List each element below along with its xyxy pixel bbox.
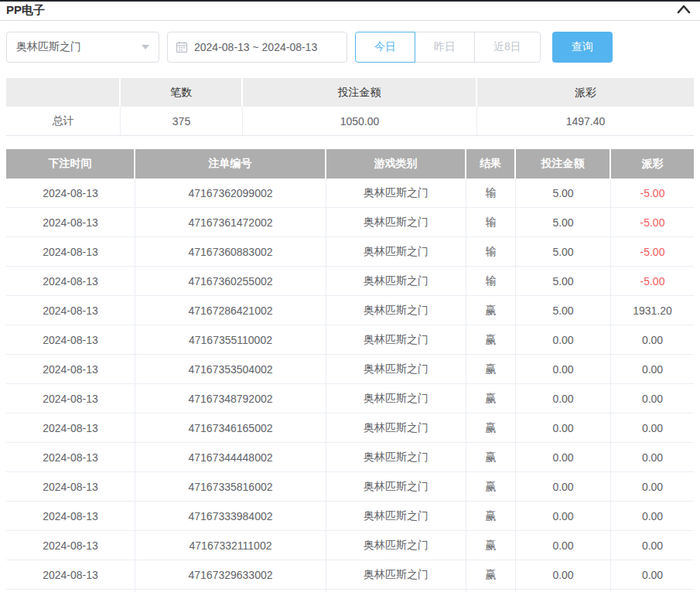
cell-game-type: 奥林匹斯之门 xyxy=(326,237,466,267)
table-row: 2024-08-13 47167362099002 奥林匹斯之门 输 5.00 … xyxy=(6,179,694,208)
cell-bet-time: 2024-08-13 xyxy=(6,531,135,560)
table-row: 2024-08-13 47167355110002 奥林匹斯之门 赢 0.00 … xyxy=(6,325,694,355)
cell-game-type: 奥林匹斯之门 xyxy=(326,531,466,560)
cell-game-type: 奥林匹斯之门 xyxy=(326,267,466,296)
cell-order-no: 47167332111002 xyxy=(135,531,326,560)
cell-game-type: 奥林匹斯之门 xyxy=(326,325,466,355)
table-header-row: 下注时间 注单编号 游戏类别 结果 投注金额 派彩 xyxy=(6,149,694,179)
table-row: 2024-08-13 47167335816002 奥林匹斯之门 赢 0.00 … xyxy=(6,472,694,502)
cell-bet-amount: 0.00 xyxy=(516,502,611,531)
cell-bet-time: 2024-08-13 xyxy=(6,384,135,413)
cell-order-no: 47167360883002 xyxy=(135,237,326,267)
cell-payout: 0.00 xyxy=(611,560,694,590)
cell-order-no: 47167348792002 xyxy=(135,384,326,413)
cell-order-no: 47167329633002 xyxy=(135,560,326,590)
cell-bet-amount: 0.00 xyxy=(516,413,611,443)
cell-payout: 0.00 xyxy=(611,472,694,502)
cell-game-type: 奥林匹斯之门 xyxy=(326,502,466,531)
cell-game-type: 奥林匹斯之门 xyxy=(326,413,466,443)
header-order-no: 注单编号 xyxy=(135,149,326,179)
calendar-icon xyxy=(176,41,188,53)
summary-header-row: 笔数 投注金额 派彩 xyxy=(6,78,694,107)
summary-table: 笔数 投注金额 派彩 总计 375 1050.00 1497.40 xyxy=(6,78,694,136)
today-button[interactable]: 今日 xyxy=(355,32,415,63)
cell-result: 赢 xyxy=(466,384,516,413)
pp-games-panel: PP电子 奥林匹斯之门 xyxy=(0,0,700,592)
cell-game-type: 奥林匹斯之门 xyxy=(326,179,466,208)
search-button[interactable]: 查询 xyxy=(552,32,613,63)
table-row: 2024-08-13 47167361472002 奥林匹斯之门 输 5.00 … xyxy=(6,208,694,237)
summary-total-row: 总计 375 1050.00 1497.40 xyxy=(6,107,694,136)
cell-order-no: 47167344448002 xyxy=(135,443,326,472)
header-result: 结果 xyxy=(466,149,516,179)
header-game-type: 游戏类别 xyxy=(326,149,466,179)
cell-bet-time: 2024-08-13 xyxy=(6,355,135,384)
summary-total-label: 总计 xyxy=(6,107,121,136)
summary-total-count: 375 xyxy=(121,107,243,136)
cell-result: 赢 xyxy=(466,502,516,531)
cell-game-type: 奥林匹斯之门 xyxy=(326,560,466,590)
cell-payout: 0.00 xyxy=(611,443,694,472)
table-row: 2024-08-13 47167346165002 奥林匹斯之门 赢 0.00 … xyxy=(6,413,694,443)
summary-total-bet-amount: 1050.00 xyxy=(243,107,477,136)
table-row: 2024-08-13 47167344448002 奥林匹斯之门 赢 0.00 … xyxy=(6,443,694,472)
yesterday-button[interactable]: 昨日 xyxy=(415,32,475,63)
header-payout: 派彩 xyxy=(611,149,694,179)
cell-bet-amount: 0.00 xyxy=(516,531,611,560)
summary-header-bet-amount: 投注金额 xyxy=(243,78,477,107)
header-bet-amount: 投注金额 xyxy=(516,149,611,179)
cell-bet-amount: 5.00 xyxy=(516,267,611,296)
cell-result: 赢 xyxy=(466,560,516,590)
cell-game-type: 奥林匹斯之门 xyxy=(326,355,466,384)
cell-order-no: 47167286421002 xyxy=(135,296,326,325)
summary-header-blank xyxy=(6,78,121,107)
game-select[interactable]: 奥林匹斯之门 xyxy=(6,32,159,63)
filter-controls: 奥林匹斯之门 2024-08-13 ~ 2024-08-13 xyxy=(6,32,694,63)
last-8-days-button[interactable]: 近8日 xyxy=(474,32,541,63)
summary-total-payout: 1497.40 xyxy=(477,107,694,136)
cell-result: 输 xyxy=(466,208,516,237)
table-row: 2024-08-13 47167332111002 奥林匹斯之门 赢 0.00 … xyxy=(6,531,694,560)
panel-header: PP电子 xyxy=(0,2,700,21)
header-bet-time: 下注时间 xyxy=(6,149,135,179)
cell-result: 赢 xyxy=(466,355,516,384)
cell-payout: -5.00 xyxy=(611,267,694,296)
cell-bet-time: 2024-08-13 xyxy=(6,443,135,472)
table-row: 2024-08-13 47167360255002 奥林匹斯之门 输 5.00 … xyxy=(6,267,694,296)
cell-bet-amount: 0.00 xyxy=(516,384,611,413)
quick-date-buttons: 今日 昨日 近8日 xyxy=(355,32,541,63)
cell-order-no: 47167360255002 xyxy=(135,267,326,296)
table-row: 2024-08-13 47167329633002 奥林匹斯之门 赢 0.00 … xyxy=(6,560,694,590)
cell-bet-amount: 0.00 xyxy=(516,443,611,472)
cell-result: 输 xyxy=(466,267,516,296)
date-range-input[interactable]: 2024-08-13 ~ 2024-08-13 xyxy=(167,32,347,63)
cell-bet-time: 2024-08-13 xyxy=(6,472,135,502)
chevron-down-icon xyxy=(142,45,149,49)
cell-payout: 1931.20 xyxy=(611,296,694,325)
cell-payout: 0.00 xyxy=(611,384,694,413)
cell-bet-time: 2024-08-13 xyxy=(6,179,135,208)
table-body: 2024-08-13 47167362099002 奥林匹斯之门 输 5.00 … xyxy=(6,179,694,590)
cell-result: 赢 xyxy=(466,472,516,502)
cell-bet-amount: 5.00 xyxy=(516,237,611,267)
cell-bet-amount: 5.00 xyxy=(516,208,611,237)
cell-bet-time: 2024-08-13 xyxy=(6,208,135,237)
cell-order-no: 47167355110002 xyxy=(135,325,326,355)
cell-result: 赢 xyxy=(466,443,516,472)
cell-bet-amount: 5.00 xyxy=(516,296,611,325)
cell-payout: 0.00 xyxy=(611,502,694,531)
collapse-chevron-up-icon[interactable] xyxy=(677,4,691,15)
cell-bet-time: 2024-08-13 xyxy=(6,296,135,325)
date-range-value: 2024-08-13 ~ 2024-08-13 xyxy=(194,41,317,53)
cell-bet-time: 2024-08-13 xyxy=(6,237,135,267)
cell-bet-amount: 0.00 xyxy=(516,472,611,502)
cell-result: 赢 xyxy=(466,296,516,325)
cell-result: 输 xyxy=(466,179,516,208)
cell-bet-amount: 0.00 xyxy=(516,325,611,355)
cell-bet-amount: 0.00 xyxy=(516,560,611,590)
cell-bet-amount: 5.00 xyxy=(516,179,611,208)
table-row: 2024-08-13 47167348792002 奥林匹斯之门 赢 0.00 … xyxy=(6,384,694,413)
cell-result: 赢 xyxy=(466,531,516,560)
bet-records-table: 下注时间 注单编号 游戏类别 结果 投注金额 派彩 2024-08-13 471… xyxy=(6,149,694,592)
cell-result: 赢 xyxy=(466,325,516,355)
